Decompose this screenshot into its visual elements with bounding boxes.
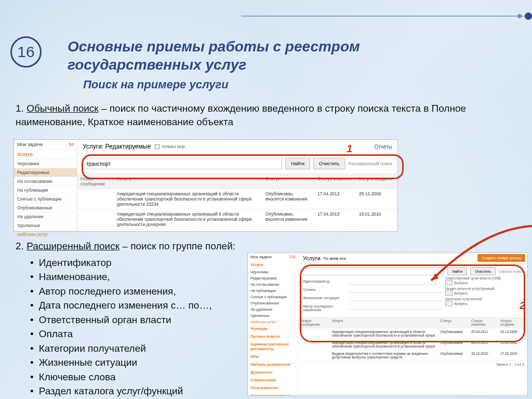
- sidebar-item[interactable]: На согласовании: [248, 281, 298, 287]
- section-2-num: 2.: [16, 241, 26, 251]
- shot2-side-group[interactable]: Административные регламенты: [248, 340, 298, 353]
- col-newmsg: Новое сообщение: [77, 174, 114, 189]
- sidebar-item[interactable]: Черновики: [248, 269, 298, 275]
- cell-status: Опубликован, вносятся изменения: [262, 189, 314, 209]
- cell-status: Опубликована: [438, 350, 469, 361]
- shot2-sidebar: Мои задачи233 Услуги Черновики Редактиру…: [248, 253, 299, 395]
- sidebar-item[interactable]: На согласовании: [14, 177, 77, 186]
- bullet-item: Оплата: [30, 327, 255, 341]
- col-service: Услуга: [114, 174, 262, 189]
- select-icon[interactable]: [445, 290, 453, 296]
- sidebar-item[interactable]: Опубликованные: [248, 300, 298, 306]
- sidebar-item[interactable]: Удаленные: [248, 312, 298, 318]
- bullet-item: Идентификатор: [30, 256, 255, 270]
- only-nsi-checkbox[interactable]: По всем нси: [324, 256, 346, 261]
- shot2-table-header: Новое сообщение Услуга Статус Статус изм…: [299, 317, 527, 328]
- col-service: Услуга: [330, 317, 438, 328]
- table-row[interactable]: Выдача свидетельства о соответствии норм…: [299, 350, 527, 361]
- callout-1: 1: [347, 143, 352, 155]
- col-changed: Статус изменен: [469, 317, 498, 328]
- table-row[interactable]: Аккредитация специализированных организа…: [77, 189, 397, 209]
- find-button[interactable]: Найти: [447, 267, 467, 275]
- form-input[interactable]: [350, 278, 442, 285]
- cell-service: Аккредитация специализированных организа…: [114, 209, 262, 229]
- shot2-side-group[interactable]: Органы власти: [248, 332, 298, 340]
- only-nsi-label: По всем нси: [324, 256, 346, 261]
- table-row[interactable]: Аккредитация специализированных организа…: [299, 328, 527, 339]
- sidebar-item[interactable]: Опубликованные: [14, 204, 77, 212]
- reports-link[interactable]: Отчеты: [374, 144, 392, 150]
- form-input[interactable]: [350, 303, 442, 310]
- form-input[interactable]: [350, 287, 442, 293]
- cell-service: Аккредитация специализированных организа…: [330, 328, 438, 339]
- sidebar-item[interactable]: На удалении: [248, 306, 298, 312]
- only-nsi-checkbox[interactable]: только нси: [155, 144, 184, 149]
- sidebar-item[interactable]: Редактируемые: [14, 168, 77, 177]
- shot2-side-group[interactable]: Наборы документов: [248, 361, 298, 368]
- sidebar-templates[interactable]: шаблоны услуг: [14, 230, 77, 239]
- sidebar-item[interactable]: На публикации: [14, 186, 77, 195]
- shot2-side-group[interactable]: Пользователи: [248, 384, 298, 392]
- clear-button[interactable]: Очистить: [313, 158, 345, 169]
- section-2-desc: – поиск по группе полей:: [119, 241, 235, 251]
- col-newmsg: Новое сообщение: [299, 317, 330, 328]
- cell-status: Опубликована: [438, 328, 469, 339]
- form-right-label: Категории получателей: [445, 297, 523, 301]
- bullet-item: Раздел каталога услуг/функций: [30, 384, 255, 398]
- sidebar-item[interactable]: Снятые с публикации: [248, 294, 298, 300]
- hide-search-link[interactable]: Скрыть поиск: [499, 269, 523, 274]
- sidebar-item[interactable]: На публикации: [248, 287, 298, 294]
- section-1-text: 1. Обычный поиск – поиск по частичному в…: [16, 102, 514, 128]
- search-input[interactable]: [83, 158, 282, 169]
- checkbox-icon: [155, 144, 159, 149]
- cell-service: Аккредитация специализированных организа…: [114, 189, 262, 209]
- shot2-side-group[interactable]: Администрирование: [248, 392, 298, 396]
- form-label: Автор последнего изменения: [303, 303, 350, 312]
- sidebar-item[interactable]: Удаленные: [14, 221, 77, 230]
- sidebar-item[interactable]: Редактируемые: [248, 275, 298, 281]
- sidebar-item[interactable]: Снятые с публикации: [14, 195, 77, 204]
- page-number: 16: [17, 43, 34, 61]
- shot2-side-group[interactable]: НПА: [248, 353, 298, 361]
- callout-2: 2: [520, 300, 525, 312]
- section-1-heading: Обычный поиск: [26, 103, 99, 114]
- shot2-side-count: 233: [289, 255, 296, 259]
- select-icon[interactable]: [445, 280, 453, 285]
- find-button[interactable]: Найти: [285, 158, 310, 169]
- screenshot-extended-search: Мои задачи233 Услуги Черновики Редактиру…: [247, 252, 528, 396]
- shot2-side-group[interactable]: Справочники: [248, 376, 298, 384]
- only-nsi-label: только нси: [161, 144, 184, 149]
- col-status: Статус: [262, 174, 314, 189]
- clear-button[interactable]: Очистить: [470, 267, 495, 275]
- table-row[interactable]: Аккредитация специализированных организа…: [299, 339, 527, 350]
- cell-d2: 25.12.2009: [356, 189, 397, 209]
- cell-service: Выдача свидетельства о соответствии норм…: [330, 350, 438, 361]
- select-icon[interactable]: [445, 301, 453, 306]
- create-service-button[interactable]: Создать новую услугу: [477, 254, 525, 262]
- bullet-item: Дата последнего изменения с… по…,: [30, 298, 255, 313]
- col-changed: Статус изменен: [314, 174, 356, 189]
- search-input[interactable]: [303, 267, 444, 275]
- cell-d2: 15.01.2010: [356, 209, 397, 229]
- cell-d1: 17.04.2013: [314, 189, 356, 209]
- sidebar-item[interactable]: Черновики: [14, 159, 77, 168]
- form-input[interactable]: [350, 295, 442, 301]
- shot1-side-header: Мои задачи: [17, 142, 43, 147]
- shot1-side-section: Услуги: [14, 150, 77, 159]
- cell-service: Аккредитация специализированных организа…: [330, 339, 438, 350]
- cell-d1: 17.04.2013: [314, 209, 356, 229]
- shot2-main: Услуги По всем нси Отчеты Создать новую …: [299, 253, 527, 368]
- sidebar-templates[interactable]: шаблоны услуг: [248, 318, 298, 325]
- extended-search-link[interactable]: Расширенный поиск: [348, 161, 392, 166]
- decorative-line: [241, 16, 532, 17]
- section-1-num: 1.: [16, 103, 26, 114]
- shot2-side-group[interactable]: Функции: [248, 325, 298, 332]
- pager-text: Записи 1 - 3 из 3: [299, 361, 527, 368]
- col-created: Услуга создана: [498, 317, 527, 328]
- bullet-item: Ключевые слова: [30, 370, 255, 384]
- slide-title: Основные приемы работы с реестром госуда…: [68, 37, 462, 74]
- sidebar-item[interactable]: На удалении: [14, 212, 77, 221]
- table-row[interactable]: Аккредитация специализированных организа…: [77, 209, 397, 230]
- shot2-side-group[interactable]: Документы: [248, 368, 298, 376]
- page-number-badge: 16: [10, 36, 42, 68]
